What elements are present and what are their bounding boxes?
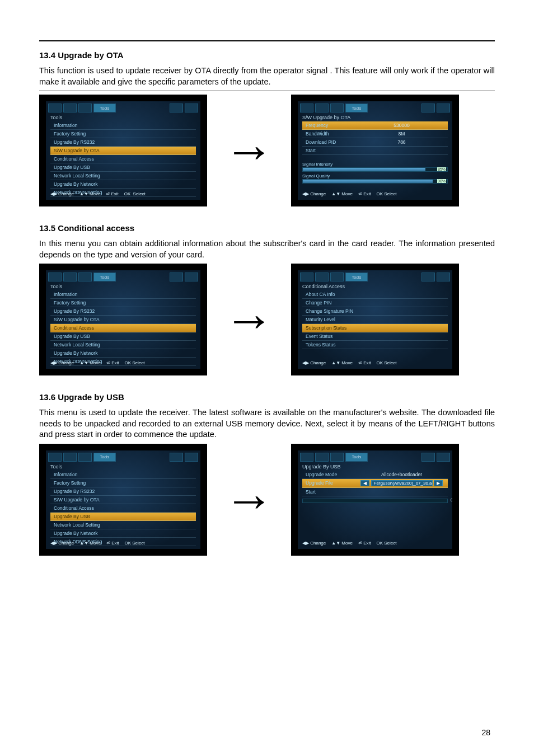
menu-item: Information [50,290,196,299]
page-number: 28 [481,728,490,737]
arrow-right-icon: → [224,294,274,345]
menu-item: Upgrade By USB [50,163,196,172]
menu-item: Upgrade By USB [50,332,196,341]
ca-item: Change Signature PIN [302,307,448,316]
menu-item-selected-usb: Upgrade By USB [50,513,196,521]
panel-title: Upgrade By USB [298,462,452,471]
menu-item: Upgrade By RS232 [50,487,196,496]
panel-title: Tools [46,112,200,121]
help-bar: ◀▶ Change ▲▼ Move ⏎ Exit OK Select [302,191,448,196]
heading-13-5: 13.5 Conditional access [39,223,495,233]
usb-file-row: Upgrade File◀ Ferguson(Ariva200)_07_30.a… [302,479,448,488]
menu-item: Factory Setting [50,479,196,487]
body-13-5: In this menu you can obtain additional i… [39,238,495,260]
panel-title: Conditional Access [298,281,452,290]
arrow-right-icon: → [224,475,274,525]
row-13-6: Tools Tools Information Factory Setting … [39,444,495,556]
screenshot-ca-detail: Tools Conditional Access About CA Info C… [291,264,459,375]
body-13-4: This function is used to update receiver… [39,65,495,87]
menu-item: Network Local Setting [50,521,196,529]
heading-13-4: 13.4 Upgrade by OTA [39,50,495,60]
ok-icon: OK [124,191,131,196]
menu-item-selected-ota: S/W Upgrade by OTA [50,147,196,155]
ca-item: Event Status [302,332,448,341]
help-bar: ◀▶Change ▲▼Move ⏎Exit OK Select [50,191,196,196]
menu-item: Upgrade By Network [50,349,196,358]
menu-item: Conditional Access [50,504,196,513]
ca-item: Tokens Status [302,341,448,349]
menu-item: S/W Upgrade by OTA [50,496,196,504]
ud-icon: ▲▼ [79,191,88,196]
menu-item: Factory Setting [50,130,196,138]
exit-icon: ⏎ [106,191,110,196]
usb-start-row: Start [302,488,448,496]
usb-mode-row: Upgrade ModeAllcode+bootloader [302,471,448,479]
row-13-5: Tools Tools Information Factory Setting … [39,264,495,375]
menu-item: Upgrade By Network [50,180,196,189]
ota-pid-row: Download PID786 [302,138,448,147]
menu-item: Upgrade By RS232 [50,307,196,316]
panel-title: Tools [46,281,200,290]
progress-bar: 0% [302,499,448,503]
menu-item: S/W Upgrade by OTA [50,316,196,324]
screenshot-tools-ca: Tools Tools Information Factory Setting … [39,264,207,375]
menu-item-selected-ca: Conditional Access [50,324,196,332]
ca-item: Change PIN [302,299,448,307]
row-13-4: Tools Tools Information Factory Setting … [39,95,495,206]
screenshot-tools-usb: Tools Tools Information Factory Setting … [39,444,207,556]
heading-13-6: 13.6 Upgrade by USB [39,392,495,402]
screenshot-ota-detail: Tools S/W Upgrade by OTA Frequency530000… [291,95,459,206]
lr-icon: ◀▶ [50,191,57,196]
ca-item: About CA Info [302,290,448,299]
tools-tab: Tools [93,104,116,112]
arrow-right-icon: → [224,125,274,176]
menu-item: Upgrade By RS232 [50,138,196,147]
tab-strip: Tools [46,101,200,112]
ca-item-selected: Subscription Status [302,324,448,332]
signal-block: Signal Intensity 85% Signal Quality 90% [302,162,448,185]
ota-frequency-row: Frequency530000 [302,121,448,130]
menu-item: Conditional Access [50,155,196,163]
menu-item: Information [50,121,196,130]
screenshot-tools-ota: Tools Tools Information Factory Setting … [39,95,207,206]
menu-item: Network Local Setting [50,341,196,349]
screenshot-usb-detail: Tools Upgrade By USB Upgrade ModeAllcode… [291,444,459,556]
panel-title: Tools [46,462,200,471]
menu-item: Upgrade By Network [50,529,196,538]
menu-item: Information [50,471,196,479]
ota-bandwidth-row: BandWidth8M [302,130,448,138]
menu-item: Network Local Setting [50,172,196,180]
menu-item: Factory Setting [50,299,196,307]
ota-start-row: Start [302,147,448,155]
ca-item: Maturity Level [302,316,448,324]
panel-title: S/W Upgrade by OTA [298,112,452,121]
body-13-6: This menu is used to update the receiver… [39,407,495,440]
